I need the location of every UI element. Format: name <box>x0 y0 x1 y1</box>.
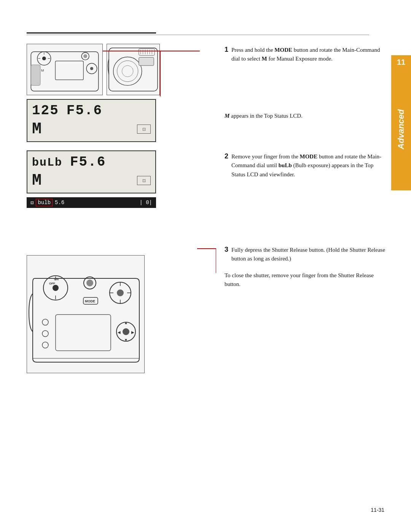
svg-point-26 <box>53 285 59 291</box>
lcd2-aperture: F5.6 <box>70 154 106 170</box>
step1-number: 1 <box>225 46 228 54</box>
svg-point-36 <box>117 289 124 296</box>
svg-point-42 <box>42 319 48 325</box>
svg-rect-17 <box>139 49 155 56</box>
svg-text:ON: ON <box>54 278 59 281</box>
svg-text:M: M <box>41 69 44 72</box>
top-decoration <box>27 32 369 35</box>
camera-body-image: OFF ON MODE <box>27 255 145 373</box>
step3-section: OFF ON MODE <box>27 244 388 373</box>
svg-text:MODE: MODE <box>85 299 95 303</box>
svg-text:▲: ▲ <box>124 321 128 325</box>
svg-rect-41 <box>56 315 111 351</box>
svg-point-15 <box>117 61 138 81</box>
red-connector-line1b <box>160 51 161 96</box>
svg-point-14 <box>113 57 142 85</box>
svg-point-2 <box>42 57 46 61</box>
svg-point-16 <box>122 66 133 77</box>
svg-text:▶: ▶ <box>131 330 134 334</box>
lcd2-bottom-row: M ⊡ <box>32 171 151 190</box>
viewfinder-icon: ⊡ <box>30 200 33 206</box>
page: 11 Advanced <box>0 0 411 532</box>
svg-point-44 <box>42 342 48 348</box>
lcd-bottom-row: M ⊡ <box>32 120 151 138</box>
svg-rect-24 <box>139 57 154 66</box>
lcd-bracket: ⊡ <box>137 125 151 134</box>
step3-number: 3 <box>225 246 228 254</box>
svg-rect-12 <box>31 65 40 85</box>
svg-text:◀: ◀ <box>118 330 121 334</box>
svg-text:OFF: OFF <box>49 282 55 285</box>
camera-images-row: M <box>27 44 213 95</box>
step1-lcd-note: M appears in the Top Status LCD. <box>225 112 388 120</box>
chapter-number: 11 <box>391 55 411 69</box>
step1-paragraph: Press and hold the MODE button and rotat… <box>231 46 388 64</box>
lcd-aperture: F5.6 <box>67 103 102 118</box>
step2-images: buLb F5.6 M ⊡ ⊡ bulb 5.6 | 0| <box>27 150 213 212</box>
svg-point-46 <box>123 328 129 335</box>
step3-paragraph1: Fully depress the Shutter Release button… <box>231 246 388 264</box>
camera-side-view <box>107 44 160 95</box>
step2-mode-bold: MODE <box>300 153 318 160</box>
chapter-tab: Advanced <box>391 69 411 190</box>
svg-rect-6 <box>55 61 83 80</box>
viewfinder-display: ⊡ bulb 5.6 | 0| <box>27 197 156 208</box>
svg-point-43 <box>42 331 48 337</box>
lcd-display-2: buLb F5.6 M ⊡ <box>27 150 156 193</box>
step2-text: 2 Remove your finger from the MODE butto… <box>213 150 388 181</box>
svg-point-10 <box>90 67 93 70</box>
thin-line <box>27 35 369 35</box>
viewfinder-bulb-highlight: bulb <box>36 199 53 206</box>
step1-section: M <box>27 44 388 146</box>
thick-line <box>27 32 156 34</box>
step3-image: OFF ON MODE <box>27 244 213 373</box>
red-connector-line3b <box>216 248 217 273</box>
lcd2-mode-m: M <box>32 171 41 190</box>
lcd2-bulb: buLb <box>32 156 62 169</box>
lcd-top-row: 125 F5.6 <box>32 103 151 118</box>
step1-m-bold: M <box>262 56 267 62</box>
step2-paragraph: Remove your finger from the MODE button … <box>231 152 388 179</box>
step1-italic-m: M <box>225 113 229 119</box>
svg-point-8 <box>83 54 87 58</box>
lcd-mode-m: M <box>32 120 41 138</box>
step1-mode-bold: MODE <box>274 47 292 53</box>
lcd2-bracket: ⊡ <box>137 176 151 185</box>
lcd-display-1: 125 F5.6 M ⊡ <box>27 99 156 142</box>
svg-point-32 <box>86 280 93 286</box>
step1-instruction: 1 Press and hold the MODE button and rot… <box>225 46 388 66</box>
step2-number: 2 <box>225 152 228 160</box>
red-connector-line3 <box>197 248 216 249</box>
step1-images: M <box>27 44 213 146</box>
chapter-label: Advanced <box>396 109 406 149</box>
camera-side-svg <box>107 44 159 95</box>
camera-top-svg: M <box>27 44 102 95</box>
camera-body-svg: OFF ON MODE <box>27 256 145 373</box>
step2-row: buLb F5.6 M ⊡ ⊡ bulb 5.6 | 0| <box>27 150 388 212</box>
svg-rect-13 <box>109 48 158 91</box>
step3-instruction: 3 Fully depress the Shutter Release butt… <box>225 246 388 266</box>
svg-text:▼: ▼ <box>124 338 128 342</box>
lcd-shutter-speed: 125 <box>32 103 59 118</box>
camera-top-view: M <box>27 44 103 95</box>
lcd2-top-row: buLb F5.6 <box>32 154 151 170</box>
step2-bulb-bold: buLb <box>279 162 292 168</box>
step2-instruction: 2 Remove your finger from the MODE butto… <box>225 152 388 181</box>
step3-row: OFF ON MODE <box>27 244 388 373</box>
viewfinder-scale: | 0| <box>139 200 152 206</box>
red-connector-line1 <box>103 51 200 51</box>
step3-paragraph2: To close the shutter, remove your finger… <box>225 271 388 289</box>
step1-text: 1 Press and hold the MODE button and rot… <box>213 44 388 123</box>
step2-section: buLb F5.6 M ⊡ ⊡ bulb 5.6 | 0| <box>27 150 388 212</box>
viewfinder-aperture: 5.6 <box>55 200 64 206</box>
page-number: 11-31 <box>371 507 384 513</box>
step3-text: 3 Fully depress the Shutter Release butt… <box>213 244 388 291</box>
